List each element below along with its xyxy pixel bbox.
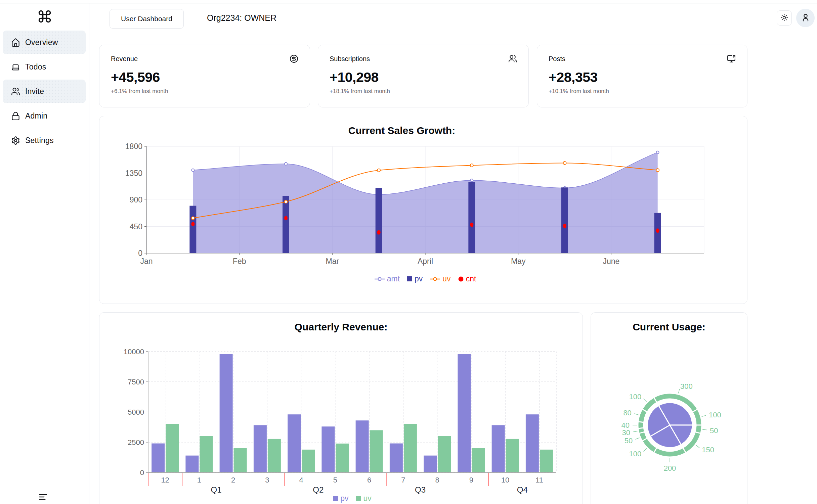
sidebar-item-label: Todos [25,62,46,72]
svg-text:Q2: Q2 [313,485,324,494]
topbar: User Dashboard Org2234: OWNER [89,3,817,32]
sidebar-item-settings[interactable]: Settings [3,129,86,152]
svg-text:1800: 1800 [125,142,142,151]
sidebar: Overview Todos Invite Admin Settings [0,3,89,504]
posts-card: Posts +28,353 +10.1% from last month [537,45,747,107]
svg-text:1: 1 [197,476,201,484]
svg-text:10: 10 [501,476,509,484]
svg-text:150: 150 [702,446,714,454]
monitor-share-icon [727,54,736,64]
current-usage-card: Current Usage: 1003001008040305010020015… [591,312,747,504]
svg-text:0: 0 [140,468,144,477]
stat-card-change: +18.1% from last month [330,88,517,95]
stat-card-value: +28,353 [549,70,736,85]
svg-text:Feb: Feb [233,257,246,266]
lock-icon [11,111,20,121]
svg-text:8: 8 [435,476,439,484]
svg-text:3: 3 [265,476,269,484]
sales-growth-chart: 045090013501800JanFebMarAprilMayJune [99,138,748,270]
svg-text:6: 6 [367,476,371,484]
dollar-circle-icon [290,54,298,64]
gear-icon [11,136,20,145]
svg-text:50: 50 [625,437,633,445]
svg-text:80: 80 [623,409,631,417]
users-icon [11,87,20,96]
svg-text:300: 300 [680,382,693,391]
revenue-card: Revenue +45,596 +6.1% from last month [99,45,310,107]
legend-item-amt: amt [375,274,400,283]
svg-text:100: 100 [629,393,641,401]
quarterly-revenue-card: Quarterly Revenue: 025005000750010000121… [99,312,583,504]
svg-text:100: 100 [709,411,721,419]
svg-text:9: 9 [469,476,473,484]
stat-card-change: +10.1% from last month [549,88,736,95]
subscriptions-card: Subscriptions +10,298 +18.1% from last m… [318,45,529,107]
svg-text:0: 0 [138,249,142,258]
command-icon [0,3,89,30]
legend-item-cnt: cnt [458,274,476,283]
usage-inner-pie [647,403,692,448]
user-icon [801,13,810,24]
home-icon [11,38,20,47]
stat-card-value: +45,596 [111,70,298,85]
legend-item-pv: pv [407,274,423,283]
svg-text:450: 450 [130,222,142,231]
user-dashboard-button[interactable]: User Dashboard [110,9,184,29]
current-usage-chart: 1003001008040305010020015050 [591,333,748,504]
usage-chart-title: Current Usage: [591,321,747,333]
stat-card-title: Revenue [111,55,138,63]
svg-text:11: 11 [535,476,543,484]
user-avatar-button[interactable] [796,9,815,27]
svg-text:May: May [511,257,526,266]
stat-card-value: +10,298 [330,70,517,85]
svg-text:2500: 2500 [128,438,144,447]
quarterly-chart-legend: pvuv [148,494,556,503]
svg-text:12: 12 [161,476,169,484]
svg-text:200: 200 [664,464,676,472]
laptop-icon [11,62,20,72]
svg-text:5000: 5000 [128,408,144,416]
svg-text:Q3: Q3 [415,485,426,494]
theme-toggle-button[interactable] [777,10,792,26]
sidebar-collapse-button[interactable] [36,491,50,504]
svg-text:5: 5 [333,476,337,484]
sun-icon [780,14,788,22]
sidebar-item-todos[interactable]: Todos [3,55,86,79]
org-title: Org2234: OWNER [207,3,276,32]
svg-text:June: June [603,257,619,266]
svg-text:April: April [418,257,433,266]
svg-text:Mar: Mar [326,257,339,266]
legend-item-pv: pv [333,494,348,503]
svg-text:50: 50 [710,426,718,435]
stat-card-title: Subscriptions [330,55,370,63]
svg-text:Jan: Jan [140,257,153,266]
align-left-icon [38,492,48,503]
sales-chart-legend: amtpvuvcnt [146,274,704,283]
svg-text:Q4: Q4 [517,485,528,494]
legend-item-uv: uv [356,494,372,503]
svg-text:10000: 10000 [124,348,144,356]
sales-chart-title: Current Sales Growth: [99,125,704,136]
svg-text:100: 100 [629,450,641,458]
sidebar-item-invite[interactable]: Invite [3,80,86,103]
stat-card-change: +6.1% from last month [111,88,298,95]
svg-text:900: 900 [130,195,142,204]
quarterly-revenue-chart: 025005000750010000121234567891011Q1Q2Q3Q… [99,334,583,494]
stat-card-title: Posts [549,55,565,63]
sidebar-item-label: Settings [25,136,54,145]
sidebar-item-label: Invite [25,87,44,96]
svg-text:Q1: Q1 [211,485,221,494]
svg-text:2: 2 [231,476,235,484]
quarterly-chart-title: Quarterly Revenue: [99,321,583,333]
svg-text:4: 4 [299,476,303,484]
sidebar-item-label: Overview [25,38,58,47]
svg-text:30: 30 [622,428,630,437]
sales-growth-card: Current Sales Growth: 045090013501800Jan… [99,116,747,304]
sidebar-item-label: Admin [25,111,47,121]
svg-text:7500: 7500 [128,378,144,386]
svg-text:7: 7 [401,476,405,484]
users-icon [508,54,517,64]
sidebar-item-overview[interactable]: Overview [3,31,86,54]
legend-item-uv: uv [430,274,450,283]
sidebar-item-admin[interactable]: Admin [3,104,86,128]
